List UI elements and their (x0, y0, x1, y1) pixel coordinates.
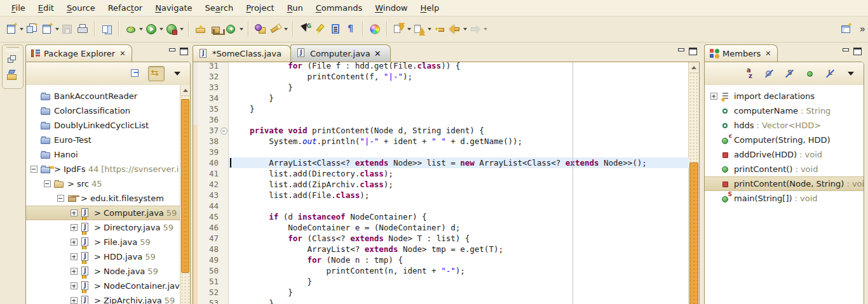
fold-column[interactable] (220, 190, 229, 201)
line-number[interactable]: 44 (198, 201, 220, 211)
member-item-computername[interactable]: computerName: String (705, 103, 864, 118)
expander-plus-icon[interactable] (70, 296, 78, 304)
editor-tab-computer-java[interactable]: Computer.java✕ (290, 44, 391, 62)
dropdown-arrow-icon[interactable] (463, 28, 467, 30)
package-explorer-tree[interactable]: BankAccountReaderColorClassificationDoub… (26, 85, 180, 304)
fold-column[interactable] (220, 254, 229, 265)
line-number[interactable]: 39 (198, 147, 220, 157)
menu-edit[interactable]: Edit (32, 1, 60, 15)
close-icon[interactable]: ✕ (119, 50, 125, 57)
hide-fields-button[interactable] (762, 67, 777, 81)
line-number[interactable]: 45 (198, 211, 220, 222)
expander-minus-icon[interactable] (30, 165, 38, 173)
open-fast-view-button[interactable] (5, 69, 20, 84)
menu-run[interactable]: Run (281, 1, 309, 15)
expander-plus-icon[interactable] (70, 209, 78, 217)
dropdown-arrow-icon[interactable] (139, 28, 143, 30)
minimize-icon[interactable] (842, 48, 849, 53)
fold-column[interactable] (220, 233, 229, 244)
line-number[interactable]: 33 (198, 82, 220, 93)
tree-item-file-java[interactable]: > File.java59 (26, 235, 180, 249)
run-secure-button[interactable] (164, 22, 184, 37)
scrollbar-thumb[interactable] (181, 99, 189, 273)
line-number[interactable]: 48 (198, 244, 220, 254)
member-item-hdds[interactable]: hdds: Vector<HDD> (705, 118, 864, 133)
fold-column[interactable] (220, 103, 229, 114)
maximize-icon[interactable] (689, 48, 697, 55)
fold-collapse-icon[interactable] (220, 128, 227, 135)
member-item-printcontent-node-string[interactable]: printContent(Node, String): void (705, 176, 864, 191)
menu-refactor[interactable]: Refactor (102, 1, 149, 15)
debug-button[interactable] (123, 22, 144, 37)
next-annotation-button[interactable] (391, 22, 412, 37)
back-button[interactable] (447, 22, 468, 37)
menu-file[interactable]: File (5, 1, 32, 15)
line-number[interactable]: 42 (198, 179, 220, 190)
line-number[interactable]: 32 (198, 71, 220, 82)
fold-column[interactable] (220, 136, 229, 147)
expander-minus-icon[interactable] (57, 194, 65, 202)
dropdown-arrow-icon[interactable] (20, 28, 24, 30)
run-button[interactable] (144, 22, 164, 37)
dropdown-arrow-icon[interactable] (55, 28, 59, 30)
dropdown-arrow-icon[interactable] (180, 28, 184, 30)
line-number[interactable]: 41 (198, 168, 220, 179)
hide-static-members-button[interactable] (782, 67, 797, 81)
line-number[interactable]: 43 (198, 190, 220, 201)
member-item-adddrive-hdd[interactable]: addDrive(HDD): void (705, 147, 864, 162)
show-whitespace-button[interactable] (343, 22, 358, 37)
collapse-all-button[interactable] (128, 67, 143, 81)
tree-item-hdd-java[interactable]: > HDD.java59 (26, 249, 180, 264)
minimize-icon[interactable] (168, 48, 175, 53)
fold-column[interactable] (220, 62, 229, 71)
menu-project[interactable]: Project (240, 1, 281, 15)
hide-local-types-button[interactable] (823, 67, 838, 81)
line-number[interactable]: 40 (198, 157, 220, 168)
tree-item-colorclassification[interactable]: ColorClassification (26, 103, 180, 118)
fold-column[interactable] (220, 211, 229, 222)
tab-package-explorer[interactable]: Package Explorer ✕ (25, 44, 132, 62)
fold-column[interactable] (220, 93, 229, 103)
fold-column[interactable] (220, 244, 229, 254)
line-number[interactable]: 35 (198, 103, 220, 114)
fold-column[interactable] (220, 265, 229, 276)
dropdown-arrow-icon[interactable] (159, 28, 163, 30)
editor-scrollbar[interactable] (688, 62, 699, 304)
import-wizard-button[interactable] (193, 22, 208, 37)
open-resource-button[interactable] (253, 22, 268, 37)
member-item-printcontent[interactable]: printContent(): void (705, 162, 864, 176)
fold-column[interactable] (220, 125, 229, 136)
scroll-up-arrow-icon[interactable] (689, 62, 699, 73)
line-number[interactable]: 53 (198, 298, 220, 304)
dropdown-arrow-icon[interactable] (240, 28, 243, 30)
menu-commands[interactable]: Commands (309, 1, 369, 15)
expander-plus-icon[interactable] (70, 253, 78, 261)
expander-plus-icon[interactable] (70, 267, 78, 275)
tree-item-ziparchiv-java[interactable]: > ZipArchiv.java59 (26, 293, 180, 304)
package-explorer-scrollbar[interactable] (180, 85, 190, 304)
print-button[interactable] (75, 22, 90, 37)
tree-item-doublylinkedcycliclist[interactable]: DoublyLinkedCyclicList (26, 118, 180, 133)
menu-search[interactable]: Search (199, 1, 240, 15)
color-palette-button[interactable] (367, 22, 383, 37)
line-number[interactable]: 46 (198, 222, 220, 233)
tree-item-computer-java[interactable]: > Computer.java59 (26, 206, 180, 220)
close-icon[interactable]: ✕ (765, 50, 771, 57)
fold-column[interactable] (220, 114, 229, 125)
tree-item-hanoi[interactable]: Hanoi (26, 147, 180, 162)
last-edit-location-button[interactable] (432, 22, 447, 37)
tree-item-edu-kit-filesystem[interactable]: > edu.kit.filesystem (26, 191, 180, 206)
new-wizard-button[interactable] (4, 22, 24, 37)
dropdown-arrow-icon[interactable] (428, 28, 431, 30)
new-window-button[interactable] (24, 22, 39, 37)
fold-column[interactable] (220, 71, 229, 82)
dropdown-arrow-icon[interactable] (284, 28, 288, 30)
members-list[interactable]: import declarationscomputerName: Stringh… (705, 85, 864, 206)
expander-plus-icon[interactable] (710, 92, 718, 100)
menu-source[interactable]: Source (60, 1, 102, 15)
code-editor[interactable]: 31 for (File f : hdd.get(File.class)) {3… (193, 62, 689, 304)
show-non-public-button[interactable] (803, 67, 818, 81)
highlighter-button[interactable] (313, 22, 328, 37)
member-item-computer-string-hdd[interactable]: Computer(String, HDD) (705, 133, 864, 147)
view-menu-button[interactable] (843, 67, 858, 81)
